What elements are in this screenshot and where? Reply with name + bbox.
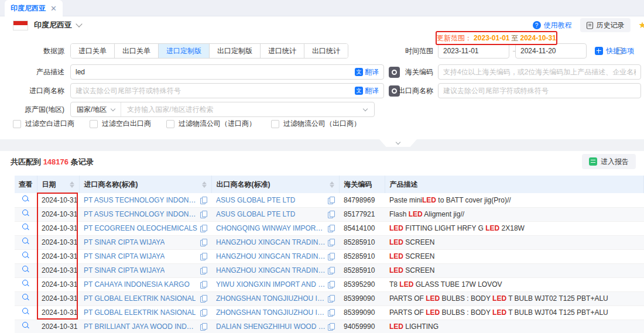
checkbox-label: 过滤物流公司（进口商） xyxy=(179,119,256,129)
view-record-icon[interactable] xyxy=(22,294,30,301)
view-record-icon[interactable] xyxy=(22,195,30,203)
date-to-wrap xyxy=(515,43,587,59)
table-row: 2024-10-31PT CAHAYA INDONESIA KARGOYIWU … xyxy=(15,277,644,291)
highlighted-term: LED xyxy=(399,280,413,289)
importer-link[interactable]: PT GLOBAL ELEKTRIK NASIONAL xyxy=(84,294,196,303)
enter-report-button[interactable]: 进入报告 xyxy=(582,154,636,169)
tab-import-declarations[interactable]: 进口关单 xyxy=(71,44,115,58)
copy-icon[interactable] xyxy=(328,295,334,302)
hs-code-cell: 85285910 xyxy=(339,235,385,249)
product-desc-cell: LED FITTING LIGHT HRFY G LED 2X18W xyxy=(385,221,644,235)
exporter-link[interactable]: CHONGQING WINWAY IMPORT AND E... xyxy=(216,224,326,232)
copy-icon[interactable] xyxy=(200,267,207,274)
importer-link[interactable]: PT BRILLIANT JAYA WOOD INDUSTRY xyxy=(84,322,198,331)
view-record-icon[interactable] xyxy=(22,308,30,315)
star-icon[interactable]: ★ xyxy=(639,20,644,30)
tab-export-stats[interactable]: 出口统计 xyxy=(304,44,348,58)
checkbox-filter-blank-exporter[interactable]: 过滤空白出口商 xyxy=(90,119,151,129)
view-record-icon[interactable] xyxy=(22,322,30,329)
tab-import-stats[interactable]: 进口统计 xyxy=(261,44,304,58)
view-record-icon[interactable] xyxy=(22,280,30,287)
exporter-link[interactable]: ASUS GLOBAL PTE LTD xyxy=(216,196,295,204)
table-row: 2024-10-31PT ASUS TECHNOLOGY INDONESIA B… xyxy=(15,193,644,207)
importer-link[interactable]: PT GLOBAL ELEKTRIK NASIONAL xyxy=(84,308,196,317)
copy-icon[interactable] xyxy=(200,197,207,204)
copy-icon[interactable] xyxy=(200,211,207,218)
view-record-icon[interactable] xyxy=(22,224,30,231)
chevron-down-icon xyxy=(111,106,115,111)
summary-suffix: 条记录 xyxy=(71,157,94,166)
copy-icon[interactable] xyxy=(328,253,334,260)
importer-link[interactable]: PT CAHAYA INDONESIA KARGO xyxy=(84,280,190,289)
origin-label: 原产国(地区) xyxy=(0,105,64,115)
tab-export-custom[interactable]: 出口定制版 xyxy=(210,44,261,58)
importer-link[interactable]: PT SINAR CIPTA WIJAYA xyxy=(84,252,165,260)
copy-icon[interactable] xyxy=(328,211,334,218)
exporter-link[interactable]: ZHONGSHAN TONGJIUZHOU INTERNA... xyxy=(216,294,326,303)
importer-link[interactable]: PT ASUS TECHNOLOGY INDONESIA BA... xyxy=(84,196,198,204)
close-icon[interactable]: ✕ xyxy=(50,4,57,13)
product-desc-input[interactable] xyxy=(71,66,355,78)
copy-icon[interactable] xyxy=(328,225,334,232)
copy-icon[interactable] xyxy=(200,239,207,246)
exporter-link[interactable]: HANGZHOU XINGCAN TRADING CO LTD xyxy=(216,266,326,274)
results-panel: 共匹配到 148176 条记录 进入报告 查看 日期 进口商名称(标准) 出口商… xyxy=(0,151,644,333)
copy-icon[interactable] xyxy=(328,239,334,246)
copy-icon[interactable] xyxy=(200,253,207,260)
tutorial-link[interactable]: ? 使用教程 xyxy=(533,20,572,30)
sort-icon[interactable] xyxy=(202,181,207,188)
copy-icon[interactable] xyxy=(200,225,207,232)
app-window: 印度尼西亚 ✕ 印度尼西亚 ? 使用教程 历史记录 ★ 更新范围： 2023-0… xyxy=(0,0,644,333)
tab-import-custom[interactable]: 进口定制版 xyxy=(159,44,210,58)
exporter-input[interactable] xyxy=(439,84,640,97)
importer-link[interactable]: PT SINAR CIPTA WIJAYA xyxy=(84,238,165,246)
exporter-link[interactable]: ASUS GLOBAL PTE LTD xyxy=(216,210,295,218)
quick-options-button[interactable]: 快捷选项 xyxy=(595,46,634,56)
copy-icon[interactable] xyxy=(328,281,334,288)
checkbox-label: 过滤空白进口商 xyxy=(25,119,74,129)
view-record-icon[interactable] xyxy=(22,210,30,217)
copy-icon[interactable] xyxy=(328,309,334,316)
exporter-link[interactable]: HANGZHOU XINGCAN TRADING CO LTD xyxy=(216,238,326,246)
hs-code-input[interactable] xyxy=(439,66,640,78)
copy-icon[interactable] xyxy=(200,281,207,288)
view-record-icon[interactable] xyxy=(22,252,30,259)
copy-icon[interactable] xyxy=(328,267,334,274)
col-hs-code: 海关编码 xyxy=(339,176,385,193)
copy-icon[interactable] xyxy=(200,323,207,330)
copy-icon[interactable] xyxy=(200,295,207,302)
view-record-icon[interactable] xyxy=(22,266,30,273)
importer-link[interactable]: PT SINAR CIPTA WIJAYA xyxy=(84,266,165,274)
checkbox-filter-logistics-importer[interactable]: 过滤物流公司（进口商） xyxy=(166,119,256,129)
sort-icon[interactable] xyxy=(330,181,334,188)
importer-link[interactable]: PT ASUS TECHNOLOGY INDONESIA BA... xyxy=(84,210,198,218)
tab-indonesia[interactable]: 印度尼西亚 ✕ xyxy=(5,0,63,16)
copy-icon[interactable] xyxy=(200,309,207,316)
checkbox-icon xyxy=(271,120,279,128)
exporter-link[interactable]: HANGZHOU XINGCAN TRADING CO LTD xyxy=(216,252,326,260)
sort-icon[interactable] xyxy=(70,181,74,188)
history-button[interactable]: 历史记录 xyxy=(580,18,631,32)
exporter-link[interactable]: ZHONGSHAN TONGJIUZHOU INTERNA... xyxy=(216,308,326,317)
importer-input[interactable] xyxy=(71,84,355,97)
checkbox-filter-logistics-exporter[interactable]: 过滤物流公司（出口商） xyxy=(271,119,361,129)
checkbox-label: 过滤物流公司（出口商） xyxy=(283,119,361,129)
product-desc-label: 产品描述 xyxy=(0,67,64,77)
highlighted-term: LED xyxy=(426,294,440,303)
view-record-icon[interactable] xyxy=(22,238,30,245)
origin-type-select[interactable]: 国家/地区 xyxy=(71,102,121,116)
date-cell: 2024-10-31 xyxy=(37,305,79,320)
copy-icon[interactable] xyxy=(328,197,334,204)
origin-search-input[interactable]: 支持输入国家/地区进行检索 xyxy=(121,105,364,115)
chevron-down-icon[interactable] xyxy=(76,20,82,27)
tab-export-declarations[interactable]: 出口关单 xyxy=(115,44,159,58)
chevron-down-icon[interactable] xyxy=(363,106,368,111)
exporter-link[interactable]: DALIAN SHENGZHIHUI WOOD INDUST... xyxy=(216,322,326,331)
importer-link[interactable]: PT ECOGREEN OLEOCHEMICALS xyxy=(84,224,197,232)
copy-icon[interactable] xyxy=(328,323,334,330)
exporter-link[interactable]: YIWU XIONGXIN IMPORT AND EXPORT... xyxy=(216,280,326,289)
update-range-annotation: 更新范围： 2023-01-01 至 2024-10-31 xyxy=(436,31,557,45)
hs-code-wrap xyxy=(438,64,641,80)
date-cell: 2024-10-31 xyxy=(37,249,79,263)
checkbox-filter-blank-importer[interactable]: 过滤空白进口商 xyxy=(13,119,74,129)
